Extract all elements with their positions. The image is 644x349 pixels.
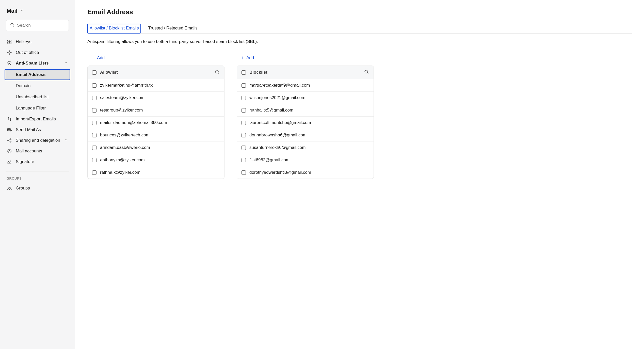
- allowlist-row[interactable]: arindam.das@swerio.com: [88, 141, 224, 154]
- chevron-up-icon: [64, 61, 68, 66]
- sidebar-item-groups[interactable]: Groups: [5, 183, 70, 194]
- row-checkbox[interactable]: [241, 146, 246, 150]
- sidebar-item-sharing-and-delegation[interactable]: Sharing and delegation: [5, 135, 70, 146]
- shield-icon: [7, 61, 12, 66]
- allowlist-row[interactable]: bounces@zylkertech.com: [88, 129, 224, 141]
- row-email: testgroup@zylker.com: [100, 108, 143, 113]
- sidebar-item-label: Mail accounts: [16, 149, 68, 154]
- row-email: mailer-daemon@zohomail360.com: [100, 120, 167, 125]
- row-email: wilsonjones2021@gmail.com: [249, 95, 305, 100]
- importexport-icon: [7, 117, 12, 122]
- sidebar-subitem-language-filter[interactable]: Language Filter: [5, 103, 70, 114]
- sidebar-item-out-of-office[interactable]: Out of office: [5, 47, 70, 58]
- sidebar-subitem-email-address[interactable]: Email Address: [5, 69, 70, 80]
- allowlist-row[interactable]: rathna.k@zylker.com: [88, 166, 224, 179]
- row-checkbox[interactable]: [241, 121, 246, 125]
- row-checkbox[interactable]: [92, 108, 96, 113]
- sidebar-item-label: Import/Export Emails: [16, 117, 68, 122]
- sidebar-item-signature[interactable]: Signature: [5, 156, 70, 167]
- tabs: Allowlist / Blocklist EmailsTrusted / Re…: [87, 24, 632, 34]
- sidebar-item-mail-accounts[interactable]: Mail accounts: [5, 146, 70, 156]
- row-checkbox[interactable]: [92, 83, 96, 88]
- page-description: Antispam filtering allows you to use bot…: [87, 39, 632, 44]
- allowlist-row[interactable]: zylkermarketing@amrrith.tk: [88, 79, 224, 92]
- row-checkbox[interactable]: [92, 121, 96, 125]
- allowlist-header: Allowlist: [88, 66, 224, 79]
- sidebar-item-hotkeys[interactable]: Hotkeys: [5, 37, 70, 47]
- row-checkbox[interactable]: [241, 133, 246, 137]
- row-email: donnabrownsha6@gmail.com: [249, 133, 307, 138]
- signature-icon: [7, 159, 12, 164]
- sidebar-item-anti-spam-lists[interactable]: Anti-Spam Lists: [5, 58, 70, 69]
- allowlist-row[interactable]: salesteam@zylker.com: [88, 92, 224, 104]
- share-icon: [7, 138, 12, 143]
- blocklist-title: Blocklist: [249, 70, 360, 75]
- add-blocklist-button[interactable]: Add: [237, 53, 257, 63]
- row-checkbox[interactable]: [92, 146, 96, 150]
- row-checkbox[interactable]: [241, 170, 246, 175]
- sidebar-subitem-unsubscribed-list[interactable]: Unsubscribed list: [5, 91, 70, 103]
- blocklist-row[interactable]: laurentcoffimontcho@gmail.com: [237, 117, 374, 129]
- sidebar-subitem-domain[interactable]: Domain: [5, 80, 70, 91]
- row-email: ruthhalltx5@gmail.com: [249, 108, 293, 113]
- blocklist-row[interactable]: dorothyedwardshti3@gmail.com: [237, 166, 374, 179]
- sidebar-item-send-mail-as[interactable]: Send Mail As: [5, 124, 70, 135]
- row-email: arindam.das@swerio.com: [100, 145, 150, 150]
- tab-trusted-rejected-emails[interactable]: Trusted / Rejected Emails: [147, 24, 199, 33]
- sidebar-title-selector[interactable]: Mail: [5, 8, 70, 14]
- sidebar-search-input[interactable]: [17, 23, 71, 28]
- blocklist-row[interactable]: ruthhalltx5@gmail.com: [237, 104, 374, 117]
- svg-line-1: [13, 26, 14, 26]
- row-checkbox[interactable]: [241, 158, 246, 162]
- svg-point-11: [8, 187, 9, 188]
- blocklist-row[interactable]: susanturnerokh0@gmail.com: [237, 141, 374, 154]
- allowlist-title: Allowlist: [100, 70, 211, 75]
- blocklist-row[interactable]: flist6982@gmail.com: [237, 154, 374, 166]
- sidebar-item-label: Sharing and delegation: [16, 138, 61, 143]
- row-checkbox[interactable]: [241, 108, 246, 113]
- row-checkbox[interactable]: [92, 158, 96, 162]
- sendas-icon: [7, 127, 12, 132]
- svg-line-16: [218, 73, 219, 74]
- sidebar-search[interactable]: [6, 20, 69, 31]
- blocklist-row[interactable]: wilsonjones2021@gmail.com: [237, 92, 374, 104]
- row-email: bounces@zylkertech.com: [100, 133, 150, 138]
- svg-line-7: [9, 139, 10, 140]
- blocklist-header: Blocklist: [237, 66, 374, 79]
- divider: [6, 171, 69, 171]
- search-blocklist-icon[interactable]: [364, 69, 369, 75]
- select-all-blocklist-checkbox[interactable]: [241, 70, 246, 75]
- search-allowlist-icon[interactable]: [215, 69, 220, 75]
- row-email: dorothyedwardshti3@gmail.com: [249, 170, 311, 175]
- chevron-down-icon: [20, 8, 24, 13]
- svg-point-12: [10, 187, 11, 188]
- sidebar-item-label: Anti-Spam Lists: [16, 61, 61, 66]
- add-label: Add: [97, 55, 105, 60]
- row-checkbox[interactable]: [241, 96, 246, 100]
- sidebar-item-import-export-emails[interactable]: Import/Export Emails: [5, 114, 70, 124]
- row-checkbox[interactable]: [241, 83, 246, 88]
- row-checkbox[interactable]: [92, 170, 96, 175]
- add-allowlist-button[interactable]: Add: [87, 53, 108, 63]
- command-icon: [7, 39, 12, 44]
- allowlist-table: Allowlist zylkermarketing@amrrith.tksale…: [87, 66, 224, 179]
- row-checkbox[interactable]: [92, 96, 96, 100]
- blocklist-row[interactable]: margaretbakergaf9@gmail.com: [237, 79, 374, 92]
- select-all-allowlist-checkbox[interactable]: [92, 70, 96, 75]
- blocklist-row[interactable]: donnabrownsha6@gmail.com: [237, 129, 374, 141]
- sidebar: Mail HotkeysOut of officeAnti-Spam Lists…: [0, 0, 75, 349]
- allowlist-column: Add Allowlist zylkermarketing@amrrith.tk…: [87, 53, 224, 179]
- sidebar-item-label: Out of office: [16, 50, 68, 55]
- tab-allowlist-blocklist-emails[interactable]: Allowlist / Blocklist Emails: [87, 24, 141, 33]
- blocklist-table: Blocklist margaretbakergaf9@gmail.comwil…: [237, 66, 374, 179]
- search-icon: [10, 23, 14, 28]
- at-icon: [7, 149, 12, 154]
- allowlist-row[interactable]: testgroup@zylker.com: [88, 104, 224, 117]
- allowlist-row[interactable]: anthony.m@zylker.com: [88, 154, 224, 166]
- row-email: salesteam@zylker.com: [100, 95, 144, 100]
- allowlist-row[interactable]: mailer-daemon@zohomail360.com: [88, 117, 224, 129]
- sidebar-item-label: Send Mail As: [16, 127, 68, 132]
- row-checkbox[interactable]: [92, 133, 96, 137]
- sidebar-title: Mail: [7, 8, 18, 14]
- groups-icon: [7, 186, 12, 191]
